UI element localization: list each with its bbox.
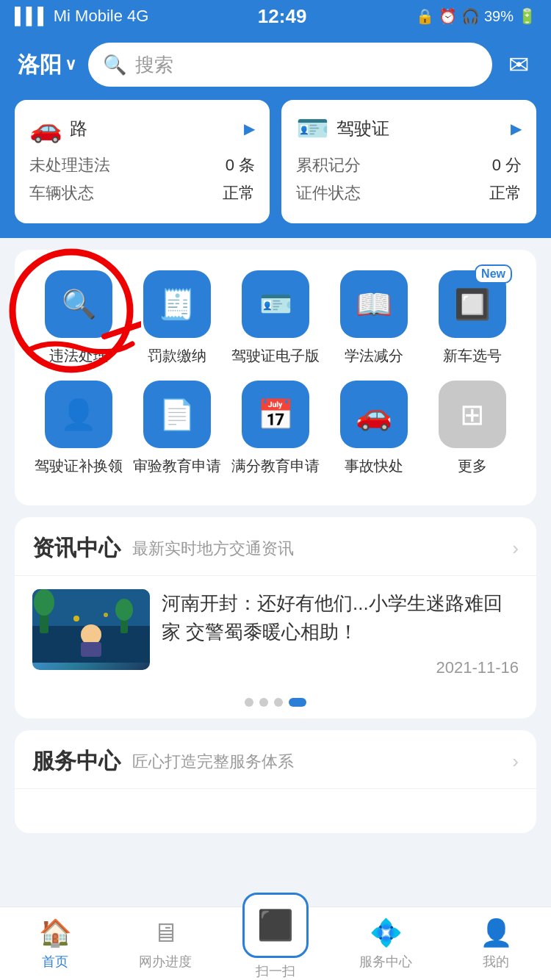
news-image (32, 589, 150, 670)
more-icon-wrap: ⊞ (439, 381, 506, 448)
nav-scan[interactable]: ⬛ 扫一扫 (220, 907, 331, 980)
accident-icon: 🚗 (356, 397, 392, 432)
dot-4 (289, 698, 306, 707)
svg-rect-11 (81, 642, 101, 657)
vehicle-card[interactable]: 🚗 路 ▶ 未处理违法 0 条 车辆状态 正常 (15, 100, 270, 223)
vehicle-card-header: 🚗 路 ▶ (29, 113, 255, 144)
license-points-row: 累积记分 0 分 (296, 154, 522, 176)
carrier-label: Mi Mobile (54, 7, 123, 26)
service-fine[interactable]: 🧾 罚款缴纳 (128, 270, 226, 366)
violation-label: 违法处理 (49, 345, 108, 366)
accident-icon-wrap: 🚗 (340, 381, 408, 448)
violation-icon: 🔍 (62, 288, 96, 320)
review-edu-label: 审验教育申请 (133, 455, 221, 476)
service-center-arrow: › (512, 750, 519, 773)
news-section-header[interactable]: 资讯中心 最新实时地方交通资讯 › (15, 517, 536, 576)
renew-license-icon-wrap: 👤 (45, 381, 112, 448)
service-accident[interactable]: 🚗 事故快处 (325, 381, 423, 476)
status-right: 🔒 ⏰ 🎧 39% 🔋 (416, 7, 536, 25)
vehicle-card-arrow: ▶ (244, 120, 255, 137)
service-center-title: 服务中心 (32, 746, 120, 777)
news-arrow: › (512, 537, 519, 560)
location-label: 洛阳 (18, 50, 62, 80)
status-left: ▌▌▌ Mi Mobile 4G (15, 7, 148, 26)
license-card[interactable]: 🪪 驾驶证 ▶ 累积记分 0 分 证件状态 正常 (281, 100, 536, 223)
news-dots (15, 691, 536, 718)
full-score-label: 满分教育申请 (231, 455, 320, 476)
service-nav-icon: 💠 (370, 918, 403, 948)
mail-icon[interactable]: ✉ (504, 46, 533, 84)
review-edu-icon: 📄 (159, 397, 195, 432)
full-score-icon-wrap: 📅 (242, 381, 309, 448)
service-center-section: 服务中心 匠心打造完整服务体系 › (15, 730, 536, 833)
app-header: 洛阳 ∨ 🔍 搜索 ✉ (0, 32, 551, 100)
services-row-1: 🔍 违法处理 🧾 罚款缴纳 🪪 驾驶证电子版 📖 学法减分 (29, 270, 522, 366)
news-section: 资讯中心 最新实时地方交通资讯 › (15, 517, 536, 718)
fine-label: 罚款缴纳 (148, 345, 206, 366)
vehicle-status-row: 车辆状态 正常 (29, 182, 255, 204)
service-license-digital[interactable]: 🪪 驾驶证电子版 (226, 270, 325, 366)
services-row-2: 👤 驾驶证补换领 📄 审验教育申请 📅 满分教育申请 🚗 事故快处 (29, 381, 522, 476)
service-new-plate[interactable]: 🔲 New 新车选号 (423, 270, 522, 366)
news-title: 资讯中心 (32, 533, 120, 563)
service-renew-license[interactable]: 👤 驾驶证补换领 (29, 381, 128, 476)
status-bar: ▌▌▌ Mi Mobile 4G 12:49 🔒 ⏰ 🎧 39% 🔋 (0, 0, 551, 32)
news-article-title: 河南开封：还好有他们...小学生迷路难回家 交警蜀黍暖心相助！ (162, 589, 519, 646)
nav-online[interactable]: 🖥 网办进度 (110, 907, 220, 980)
signal-icon: ▌▌▌ (15, 7, 49, 26)
services-section: 🔍 违法处理 🧾 罚款缴纳 🪪 驾驶证电子版 📖 学法减分 (15, 250, 536, 505)
nav-mine[interactable]: 👤 我的 (441, 907, 551, 980)
new-badge: New (475, 264, 512, 284)
accident-label: 事故快处 (345, 455, 403, 476)
license-card-title: 驾驶证 (336, 117, 503, 140)
svg-point-5 (34, 589, 54, 616)
violation-icon-wrap: 🔍 (45, 270, 112, 338)
study-icon: 📖 (356, 287, 392, 322)
news-date: 2021-11-16 (162, 658, 519, 677)
svg-point-9 (104, 613, 108, 617)
news-article[interactable]: 河南开封：还好有他们...小学生迷路难回家 交警蜀黍暖心相助！ 2021-11-… (15, 576, 536, 691)
home-icon: 🏠 (39, 918, 72, 948)
car-icon: 🚗 (29, 113, 62, 144)
online-icon: 🖥 (152, 918, 179, 948)
renew-license-label: 驾驶证补换领 (35, 455, 123, 476)
search-bar[interactable]: 🔍 搜索 (88, 43, 492, 87)
nav-service[interactable]: 💠 服务中心 (331, 907, 441, 980)
bottom-nav: 🏠 首页 🖥 网办进度 ⬛ 扫一扫 💠 服务中心 👤 我的 (0, 907, 551, 980)
mine-icon: 👤 (480, 918, 513, 948)
svg-point-10 (81, 624, 101, 645)
search-icon: 🔍 (103, 54, 126, 76)
license-status-row: 证件状态 正常 (296, 182, 522, 204)
service-center-subtitle: 匠心打造完整服务体系 (132, 751, 512, 773)
service-violation[interactable]: 🔍 违法处理 (29, 270, 128, 366)
alarm-icon: ⏰ (439, 7, 457, 25)
location-button[interactable]: 洛阳 ∨ (18, 50, 76, 80)
news-content: 河南开封：还好有他们...小学生迷路难回家 交警蜀黍暖心相助！ 2021-11-… (162, 589, 519, 677)
license-digital-icon: 🪪 (259, 289, 292, 320)
svg-point-8 (73, 616, 79, 621)
vehicle-card-title: 路 (70, 117, 237, 140)
study-label: 学法减分 (345, 345, 403, 366)
fine-icon-wrap: 🧾 (143, 270, 211, 338)
dot-2 (259, 698, 268, 707)
nav-scan-label: 扫一扫 (256, 962, 295, 980)
more-label: 更多 (458, 455, 487, 476)
dot-1 (245, 698, 253, 707)
service-more[interactable]: ⊞ 更多 (423, 381, 522, 476)
more-icon: ⊞ (460, 397, 485, 431)
service-center-content (15, 789, 536, 833)
nav-home[interactable]: 🏠 首页 (0, 907, 110, 980)
full-score-icon: 📅 (257, 397, 294, 432)
search-placeholder: 搜索 (135, 52, 173, 78)
study-icon-wrap: 📖 (340, 270, 408, 338)
service-full-score[interactable]: 📅 满分教育申请 (226, 381, 325, 476)
news-subtitle: 最新实时地方交通资讯 (132, 538, 512, 560)
service-study[interactable]: 📖 学法减分 (325, 270, 423, 366)
svg-point-7 (115, 599, 133, 621)
service-center-header[interactable]: 服务中心 匠心打造完整服务体系 › (15, 730, 536, 789)
license-digital-icon-wrap: 🪪 (242, 270, 309, 338)
battery-icon: 🔋 (518, 7, 536, 25)
new-plate-icon: 🔲 (454, 287, 491, 322)
scan-icon: ⬛ (257, 908, 294, 943)
service-review-edu[interactable]: 📄 审验教育申请 (128, 381, 226, 476)
